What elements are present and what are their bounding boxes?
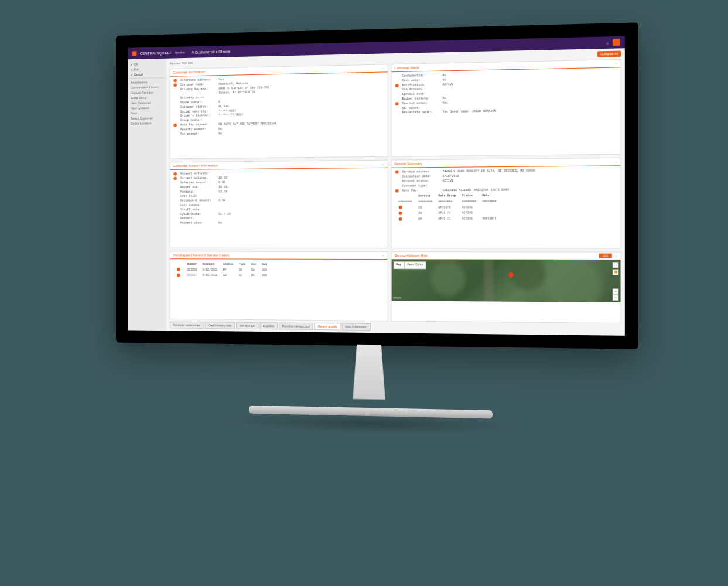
map-zoom-in-button[interactable]: + xyxy=(613,288,618,294)
field-value: Tucson, AZ 85750-0719 xyxy=(218,91,255,96)
sidebar-item-select-location[interactable]: Select Location xyxy=(129,120,165,126)
bottom-tab[interactable]: WA WATER xyxy=(236,322,258,329)
field-value: No xyxy=(218,127,222,132)
field-value: 63.78 xyxy=(218,190,227,195)
account-label: Account 102-100 xyxy=(170,62,193,66)
collapse-icon[interactable]: − xyxy=(382,162,384,166)
table-divider: ======== xyxy=(460,200,479,205)
field-value: ACTIVE xyxy=(442,83,453,87)
field-label: Cutoff date: xyxy=(180,208,217,213)
table-divider: ======== xyxy=(396,200,415,205)
table-row[interactable]: COWP/CO/OACTIVE xyxy=(396,205,499,210)
bottom-tab[interactable]: Recent activity xyxy=(315,323,341,330)
sidebar-action-cancel[interactable]: Cancel xyxy=(129,71,165,77)
collapse-icon[interactable]: − xyxy=(382,66,384,70)
table-header: Request xyxy=(200,263,220,267)
bullet-icon xyxy=(398,217,402,221)
bottom-tab[interactable]: Pending transactions xyxy=(279,322,313,330)
panel-service-address-map: Service Address Map GIS − Map xyxy=(391,251,621,323)
table-row[interactable]: WAUP/C /1ACTIVE30056972 xyxy=(396,217,499,222)
map-streetview-button[interactable] xyxy=(613,269,618,275)
bullet-icon xyxy=(398,212,402,215)
bullet-icon xyxy=(173,79,177,82)
info-row: Auto Pay:CHECKING ACCOUNT AMERICAN STATE… xyxy=(395,188,617,193)
collapse-icon[interactable]: − xyxy=(616,254,618,258)
table-divider: ======== xyxy=(436,200,458,205)
collapse-icon[interactable]: − xyxy=(382,254,384,257)
map-attribution: Google xyxy=(393,296,401,299)
panel-title-service-orders: Pending and Recent 5 Service Orders xyxy=(173,253,229,257)
gis-button[interactable]: GIS xyxy=(599,254,612,258)
table-header: Svc xyxy=(249,263,258,267)
panel-title-map: Service Address Map xyxy=(394,254,428,257)
user-menu-button[interactable] xyxy=(613,39,620,46)
field-value: Yes xyxy=(442,101,447,106)
field-value: ACTIVE xyxy=(442,179,453,184)
map-tab-satellite[interactable]: Satellite xyxy=(404,261,426,270)
table-header: Number xyxy=(184,263,199,267)
bottom-tab[interactable]: Accounts receivables xyxy=(170,322,204,329)
bullet-icon xyxy=(395,189,398,192)
table-header: Meter xyxy=(480,194,499,199)
field-value: NO AUTO PAY AND PAYMENT PROCESSOR xyxy=(218,122,276,127)
bottom-tab[interactable]: Credit history data xyxy=(204,322,235,329)
bullet-icon xyxy=(173,172,177,176)
panel-service-orders: Pending and Recent 5 Service Orders − Nu… xyxy=(170,251,388,322)
field-value: Yes Owner name: JASON BRANDON xyxy=(442,110,496,115)
collapse-icon[interactable]: − xyxy=(616,62,618,65)
table-header: Status xyxy=(460,194,479,199)
field-value: 0.00 xyxy=(218,199,225,203)
field-label: Deposit: xyxy=(180,217,217,222)
field-label: Auto Pay: xyxy=(402,189,440,193)
field-label: Tax exempt: xyxy=(180,132,217,137)
field-value: No xyxy=(218,222,222,226)
table-row[interactable]: 0023579/10/2021COCPWA000 xyxy=(175,274,269,278)
map-zoom-out-button[interactable]: − xyxy=(613,295,618,301)
field-value: No xyxy=(442,78,446,83)
bullet-icon xyxy=(173,124,177,127)
bullet-icon xyxy=(173,83,177,87)
bullet-icon xyxy=(395,171,398,174)
collapse-icon[interactable]: − xyxy=(616,160,618,163)
field-value: 18.00- xyxy=(218,185,229,190)
table-divider: ======== xyxy=(480,200,499,205)
map-marker-icon xyxy=(508,271,515,278)
field-value: CHECKING ACCOUNT AMERICAN STATE BANK xyxy=(442,188,509,193)
table-row[interactable]: SWUP/C /1ACTIVE xyxy=(396,211,499,216)
field-value: 18.00- xyxy=(218,176,229,181)
field-label: Cycle/Route: xyxy=(180,212,217,217)
panel-title-service-summary: Service Summary xyxy=(394,162,422,166)
bottom-tab[interactable]: Misc Information xyxy=(342,323,371,331)
collapse-all-button[interactable]: Collapse All xyxy=(597,51,621,57)
bullet-icon xyxy=(173,177,177,180)
field-label: Realestate owner: xyxy=(402,111,440,116)
bullet-icon xyxy=(398,206,402,209)
brand-area: CENTRALSQUARE Naviline A Customer at a G… xyxy=(132,49,230,56)
panel-customer-alerts: Customer Alerts − Confidential:NoCash on… xyxy=(391,59,621,157)
field-value: 01 / 29 xyxy=(218,212,231,217)
field-value: Yes xyxy=(218,78,224,83)
bottom-tabs: Accounts receivablesCredit history dataW… xyxy=(170,322,621,333)
table-divider: ======== xyxy=(416,200,435,205)
field-value: 0 xyxy=(218,100,220,105)
map-viewport[interactable]: Map Satellite ⛶ + − xyxy=(391,260,620,302)
panel-title-customer-alerts: Customer Alerts xyxy=(394,66,419,70)
panel-customer-info: Customer Information − Alternate address… xyxy=(170,64,388,159)
table-header xyxy=(396,195,415,199)
brand-name: CENTRALSQUARE xyxy=(140,50,172,55)
bullet-icon xyxy=(395,84,398,87)
sidebar: OK Exit Cancel Attachments Consumption H… xyxy=(128,59,166,331)
map-tab-map[interactable]: Map xyxy=(393,261,404,270)
table-row[interactable]: 0223589/10/2021PPSRSW000 xyxy=(175,268,269,272)
service-orders-table: NumberRequestStatusTypeSvcSeq0223589/10/… xyxy=(173,261,270,280)
brand-sub: Naviline xyxy=(175,50,185,54)
panel-title-customer-info: Customer Information xyxy=(173,70,205,74)
field-value: No xyxy=(218,132,222,137)
bottom-tab[interactable]: Deposits xyxy=(259,322,278,329)
main-content: Account 102-100 Collapse All Customer In… xyxy=(166,48,625,336)
table-header: Rate Group xyxy=(436,195,458,199)
search-icon[interactable]: ⌕ xyxy=(606,40,609,45)
field-value: 24408 S JOHN MODESTY DR ALTA, ST INIGOES… xyxy=(442,169,535,175)
panel-title-account-info: Customer Account Information xyxy=(173,164,218,168)
map-fullscreen-button[interactable]: ⛶ xyxy=(613,262,618,268)
